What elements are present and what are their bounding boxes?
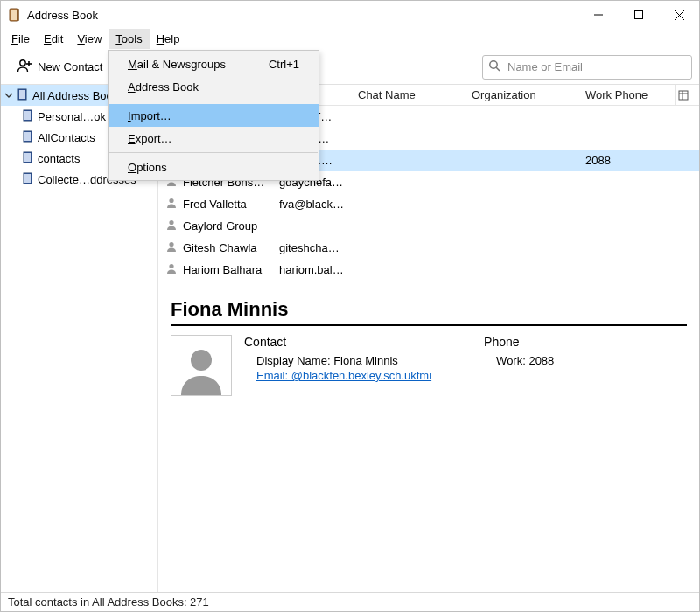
menu-view[interactable]: View — [70, 29, 108, 49]
svg-rect-15 — [19, 90, 25, 99]
titlebar: Address Book — [1, 1, 699, 29]
cell-name: Gaylord Group — [183, 219, 257, 233]
cell-email: giteshchaw… — [272, 241, 351, 254]
svg-point-31 — [169, 198, 173, 203]
menu-tools[interactable]: Tools — [108, 29, 149, 49]
book-icon — [22, 109, 34, 124]
person-icon — [165, 240, 178, 255]
main: All Address Books Personal…ok AllContact… — [1, 85, 699, 592]
column-picker-button[interactable] — [675, 85, 690, 106]
app-icon — [8, 8, 22, 22]
book-icon — [22, 172, 34, 187]
detail-pane: Fiona Minnis Contact Display Name: Fiona… — [158, 289, 699, 592]
window-buttons — [578, 1, 699, 29]
minimize-button[interactable] — [578, 1, 619, 29]
svg-rect-24 — [679, 91, 688, 100]
svg-point-33 — [169, 242, 173, 247]
sidebar-item-label: contacts — [38, 152, 80, 165]
status-bar: Total contacts in All Address Books: 271 — [1, 592, 699, 611]
book-icon — [22, 151, 34, 166]
detail-phone-heading: Phone — [484, 335, 554, 349]
menu-help[interactable]: Help — [150, 29, 187, 49]
svg-rect-17 — [24, 111, 31, 120]
book-icon — [22, 130, 34, 145]
new-contact-label: New Contact — [38, 60, 102, 73]
person-icon — [165, 197, 178, 212]
search-icon — [488, 59, 500, 74]
person-icon — [165, 219, 178, 233]
sidebar-item-label: Personal…ok — [38, 110, 106, 123]
book-icon — [17, 88, 29, 103]
cell-name: Gitesh Chawla — [183, 241, 257, 254]
column-org[interactable]: Organization — [465, 88, 578, 101]
svg-rect-19 — [24, 132, 31, 141]
detail-phone-section: Phone Work: 2088 — [484, 335, 554, 396]
cell-email: hariom.bal… — [272, 263, 351, 276]
maximize-button[interactable] — [619, 1, 659, 29]
menu-file[interactable]: File — [4, 29, 37, 49]
cell-name: Hariom Balhara — [183, 263, 262, 276]
svg-point-32 — [169, 220, 173, 225]
vertical-scrollbar[interactable] — [685, 106, 699, 289]
column-chat[interactable]: Chat Name — [351, 88, 465, 101]
svg-rect-1 — [10, 10, 18, 20]
detail-contact-heading: Contact — [244, 335, 431, 349]
avatar — [171, 335, 232, 396]
detail-email-link[interactable]: Email: @blackfen.bexley.sch.ukfmi — [256, 369, 431, 382]
detail-work-phone: Work: 2088 — [484, 354, 554, 367]
tools-address-book[interactable]: Address Book — [108, 75, 318, 98]
svg-line-13 — [496, 67, 500, 71]
detail-display-name: Fiona Minnis — [171, 298, 687, 321]
sidebar-item-label: AllContacts — [38, 131, 95, 144]
menu-edit[interactable]: Edit — [37, 29, 70, 49]
close-button[interactable] — [659, 1, 699, 29]
table-row[interactable]: Fred Vallettafva@blackf… — [158, 193, 699, 215]
svg-point-7 — [20, 60, 25, 66]
cell-email: fva@blackf… — [272, 198, 351, 211]
menubar: File Edit View Tools Help — [1, 29, 699, 50]
toolbar: New Contact Delete — [1, 50, 699, 85]
new-contact-icon — [17, 58, 32, 76]
tools-options[interactable]: Options — [108, 156, 318, 178]
tools-mail-newsgroups[interactable]: Mail & NewsgroupsCtrl+1 — [108, 52, 318, 75]
person-icon — [165, 262, 178, 277]
table-row[interactable]: Gaylord Group — [158, 215, 699, 237]
cell-name: Fred Valletta — [183, 198, 247, 211]
table-row[interactable]: Gitesh Chawlagiteshchaw… — [158, 237, 699, 259]
column-phone[interactable]: Work Phone — [578, 88, 675, 101]
svg-rect-21 — [24, 153, 31, 162]
tools-export[interactable]: Export… — [108, 127, 318, 150]
svg-rect-23 — [24, 174, 31, 183]
svg-point-36 — [191, 350, 212, 371]
window-title: Address Book — [27, 9, 98, 22]
detail-display-name-line: Display Name: Fiona Minnis — [244, 354, 431, 367]
table-row[interactable]: Hariom Balharahariom.bal… — [158, 259, 699, 281]
tools-menu-dropdown: Mail & NewsgroupsCtrl+1 Address Book Imp… — [108, 50, 319, 181]
svg-rect-4 — [635, 11, 643, 19]
menu-separator — [109, 101, 318, 101]
search-box[interactable] — [482, 55, 692, 80]
chevron-down-icon — [4, 89, 13, 102]
menu-separator — [109, 152, 318, 153]
tools-import[interactable]: Import… — [108, 104, 318, 127]
status-text: Total contacts in All Address Books: 271 — [8, 595, 209, 609]
svg-point-34 — [169, 264, 173, 268]
svg-point-12 — [490, 61, 497, 68]
search-input[interactable] — [506, 59, 686, 74]
detail-divider — [171, 324, 687, 326]
detail-contact-section: Contact Display Name: Fiona Minnis Email… — [244, 335, 431, 396]
cell-phone: 2088 — [578, 154, 675, 167]
